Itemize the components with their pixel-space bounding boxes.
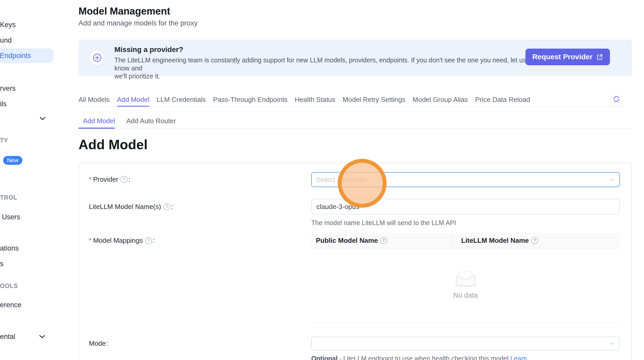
provider-label: * Provider ? : bbox=[89, 175, 130, 184]
tab-price-data-reload[interactable]: Price Data Reload bbox=[475, 93, 530, 107]
model-mappings-label-text: Model Mappings bbox=[93, 236, 143, 245]
help-icon[interactable]: ? bbox=[145, 237, 152, 244]
chevron-down-icon bbox=[610, 178, 615, 181]
sidebar-item-organizations[interactable]: ations bbox=[0, 244, 19, 252]
tab-model-group-alias[interactable]: Model Group Alias bbox=[413, 93, 468, 107]
column-public-label: Public Model Name bbox=[316, 237, 378, 245]
sidebar-item-keys[interactable]: Keys bbox=[0, 21, 16, 29]
banner-body: The LiteLLM engineering team is constant… bbox=[114, 56, 530, 80]
plus-circle-icon bbox=[90, 50, 105, 65]
tab-pass-through-endpoints[interactable]: Pass-Through Endpoints bbox=[213, 93, 288, 107]
banner-title: Missing a provider? bbox=[114, 45, 183, 54]
model-tabs: All Models Add Model LLM Credentials Pas… bbox=[79, 93, 632, 107]
model-name-value: claude-3-opus bbox=[312, 203, 619, 211]
column-litellm-model-name: LiteLLM Model Name ? bbox=[452, 237, 538, 245]
label-colon: : bbox=[128, 175, 130, 184]
column-public-model-name: Public Model Name ? bbox=[311, 237, 452, 245]
chevron-down-icon[interactable] bbox=[40, 117, 46, 121]
mode-helper-text: - LiteLLM endpoint to use when health ch… bbox=[337, 355, 510, 360]
subtab-ink-bar bbox=[79, 128, 115, 129]
page-subtitle: Add and manage models for the proxy bbox=[79, 19, 198, 27]
mode-helper-optional: Optional bbox=[311, 355, 337, 360]
mode-select[interactable] bbox=[311, 337, 620, 350]
missing-provider-banner: Missing a provider? The LiteLLM engineer… bbox=[79, 40, 632, 76]
new-badge-label: New bbox=[7, 157, 18, 164]
tab-add-model[interactable]: Add Model bbox=[117, 93, 149, 107]
mode-label: Mode : bbox=[89, 339, 108, 348]
sidebar-item-endpoints-label: + Endpoints bbox=[0, 48, 31, 63]
help-icon[interactable]: ? bbox=[121, 176, 128, 183]
required-asterisk: * bbox=[89, 175, 92, 184]
column-divider bbox=[452, 236, 453, 245]
sidebar-item-servers[interactable]: rvers bbox=[0, 84, 16, 93]
sidebar-item-guardrails[interactable]: ils bbox=[0, 100, 7, 108]
sidebar-item-users[interactable]: Users bbox=[2, 213, 20, 221]
tab-model-retry-settings[interactable]: Model Retry Settings bbox=[343, 93, 405, 107]
mode-helper: Optional - LiteLLM endpoint to use when … bbox=[311, 355, 527, 360]
sidebar-item-experimental[interactable]: ental bbox=[0, 332, 15, 341]
add-model-form-card: * Provider ? : Select a provider LiteLLM… bbox=[79, 163, 632, 360]
help-icon[interactable]: ? bbox=[380, 237, 387, 244]
mappings-table-header: Public Model Name ? LiteLLM Model Name ? bbox=[311, 233, 620, 248]
model-name-input[interactable]: claude-3-opus bbox=[311, 199, 620, 214]
request-provider-button[interactable]: Request Provider bbox=[525, 49, 610, 65]
help-icon[interactable]: ? bbox=[531, 237, 538, 244]
subtab-add-auto-router[interactable]: Add Auto Router bbox=[126, 114, 176, 127]
model-name-label-text: LiteLLM Model Name(s) bbox=[89, 202, 161, 211]
chevron-down-icon[interactable] bbox=[39, 335, 45, 339]
model-name-label: LiteLLM Model Name(s) ? : bbox=[89, 202, 173, 211]
sidebar-section-observability: TY bbox=[0, 137, 8, 144]
sidebar-item-inference[interactable]: erence bbox=[0, 301, 22, 309]
label-colon: : bbox=[107, 339, 108, 348]
page-title: Model Management bbox=[79, 5, 170, 17]
banner-body-line1: The LiteLLM engineering team is constant… bbox=[114, 56, 526, 72]
tab-all-models[interactable]: All Models bbox=[79, 93, 110, 107]
mappings-empty-state: No data bbox=[311, 248, 620, 323]
no-data-label: No data bbox=[453, 291, 478, 299]
external-link-icon bbox=[596, 54, 603, 61]
model-mappings-label: * Model Mappings ? : bbox=[89, 236, 155, 245]
request-provider-label: Request Provider bbox=[532, 53, 593, 61]
mode-label-text: Mode bbox=[89, 339, 106, 348]
label-colon: : bbox=[171, 202, 173, 211]
provider-select[interactable]: Select a provider bbox=[311, 172, 620, 187]
chevron-down-icon bbox=[610, 342, 615, 345]
tabs-divider bbox=[79, 107, 622, 107]
refresh-button[interactable] bbox=[610, 93, 623, 106]
sidebar-item-teams[interactable]: s bbox=[0, 260, 4, 268]
empty-box-icon bbox=[453, 272, 479, 288]
sidebar-item-endpoints[interactable]: + Endpoints bbox=[0, 48, 54, 63]
provider-label-text: Provider bbox=[93, 175, 118, 184]
add-model-heading: Add Model bbox=[79, 136, 148, 153]
provider-placeholder: Select a provider bbox=[312, 176, 610, 184]
help-icon[interactable]: ? bbox=[163, 203, 170, 210]
new-badge: New bbox=[3, 156, 22, 165]
add-model-subtabs: Add Model Add Auto Router bbox=[79, 114, 632, 129]
subtab-add-model[interactable]: Add Model bbox=[83, 114, 115, 127]
tab-llm-credentials[interactable]: LLM Credentials bbox=[157, 93, 206, 107]
tab-health-status[interactable]: Health Status bbox=[295, 93, 335, 107]
learn-link[interactable]: Learn bbox=[510, 355, 527, 360]
model-name-helper: The model name LiteLLM will send to the … bbox=[311, 219, 456, 227]
sidebar-item-playground[interactable]: und bbox=[0, 36, 12, 44]
sidebar-section-access-control: TROL bbox=[0, 194, 17, 201]
refresh-icon bbox=[613, 95, 620, 103]
litellm-admin-page: Keys und + Endpoints rvers ils TY New TR… bbox=[0, 0, 644, 360]
model-mappings-table: Public Model Name ? LiteLLM Model Name ? bbox=[311, 233, 620, 323]
label-colon: : bbox=[153, 236, 155, 245]
column-litellm-label: LiteLLM Model Name bbox=[461, 237, 529, 245]
banner-body-line2: we'll prioritize it. bbox=[114, 73, 160, 80]
required-asterisk: * bbox=[89, 236, 92, 245]
sidebar-section-tools: OOLS bbox=[0, 283, 18, 289]
